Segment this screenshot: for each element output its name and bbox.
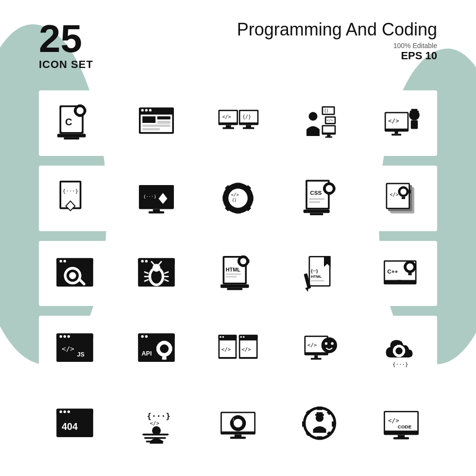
- svg-text:C: C: [65, 117, 72, 127]
- svg-text:</>: </>: [307, 341, 317, 348]
- svg-point-208: [152, 426, 161, 435]
- svg-rect-6: [78, 114, 82, 117]
- icon-search-browser: [39, 241, 111, 306]
- icon-developer: {···} </>: [120, 391, 192, 457]
- svg-point-159: [60, 335, 62, 338]
- svg-rect-219: [243, 421, 246, 425]
- svg-point-21: [149, 109, 152, 112]
- svg-rect-133: [247, 259, 250, 263]
- svg-rect-192: [311, 358, 322, 360]
- svg-rect-98: [398, 190, 401, 193]
- svg-rect-227: [332, 421, 335, 426]
- svg-rect-14: [142, 117, 155, 123]
- svg-point-183: [240, 336, 242, 338]
- svg-text:</>: </>: [388, 417, 399, 424]
- svg-rect-154: [414, 265, 416, 269]
- svg-rect-143: [311, 280, 324, 281]
- svg-rect-195: [397, 345, 401, 347]
- svg-rect-31: [243, 127, 254, 129]
- svg-text:</>: </>: [326, 119, 333, 123]
- svg-point-82: [326, 185, 333, 192]
- icon-css-file: CSS: [284, 166, 356, 231]
- icon-diamond-monitor: {···}: [120, 166, 192, 231]
- svg-rect-217: [236, 428, 239, 431]
- svg-text:{···}: {···}: [147, 411, 170, 421]
- svg-point-172: [145, 335, 148, 338]
- svg-rect-15: [157, 117, 170, 119]
- svg-rect-80: [309, 201, 320, 203]
- svg-rect-25: [226, 125, 231, 128]
- svg-rect-130: [241, 255, 245, 258]
- svg-rect-42: [325, 136, 332, 138]
- svg-rect-135: [227, 288, 243, 290]
- icon-online-learning: {} </>: [284, 90, 356, 156]
- svg-point-160: [64, 335, 66, 338]
- svg-rect-167: [162, 341, 167, 344]
- svg-point-184: [243, 336, 245, 338]
- icon-monitor-gear: {···}: [202, 391, 274, 457]
- svg-rect-226: [302, 421, 306, 426]
- svg-text:</>: </>: [231, 193, 239, 198]
- svg-rect-240: [393, 437, 409, 440]
- svg-point-20: [145, 109, 148, 112]
- editable-label: 100% Editable: [237, 42, 437, 50]
- svg-point-188: [322, 337, 337, 353]
- svg-rect-16: [157, 121, 170, 124]
- svg-text:{···}: {···}: [63, 188, 78, 194]
- svg-rect-225: [317, 436, 323, 440]
- svg-rect-210: [144, 437, 166, 439]
- icon-ruby-file: {···}: [39, 166, 111, 231]
- svg-rect-148: [393, 282, 405, 284]
- svg-rect-169: [156, 346, 159, 351]
- svg-point-38: [309, 112, 318, 121]
- svg-rect-126: [226, 273, 241, 275]
- svg-text:HTML: HTML: [226, 266, 240, 272]
- svg-text:{···}: {···}: [311, 269, 318, 273]
- svg-text:C++: C++: [387, 268, 398, 274]
- svg-point-129: [240, 258, 247, 264]
- svg-rect-216: [236, 415, 239, 418]
- svg-rect-8: [84, 109, 86, 113]
- svg-rect-66: [236, 183, 241, 187]
- svg-point-161: [68, 335, 70, 338]
- icon-web-layout: [120, 90, 192, 156]
- svg-rect-12: [139, 108, 174, 113]
- svg-rect-58: [139, 185, 174, 190]
- icon-api-settings: API: [120, 316, 192, 381]
- eps-label: EPS 10: [237, 50, 437, 62]
- svg-rect-218: [230, 421, 233, 425]
- svg-rect-63: [149, 211, 164, 214]
- svg-rect-79: [309, 198, 324, 200]
- svg-point-65: [228, 188, 248, 208]
- svg-rect-224: [317, 407, 323, 410]
- svg-rect-68: [223, 196, 227, 201]
- svg-text:</>: </>: [222, 114, 231, 119]
- svg-point-190: [331, 342, 333, 344]
- icon-code-layers: </>: [365, 166, 437, 231]
- svg-point-166: [160, 344, 169, 353]
- svg-point-203: [60, 410, 62, 413]
- svg-rect-67: [236, 209, 241, 214]
- svg-rect-170: [169, 346, 172, 351]
- svg-point-215: [234, 419, 242, 427]
- svg-rect-96: [402, 187, 405, 189]
- svg-rect-239: [398, 435, 405, 437]
- svg-rect-26: [223, 127, 234, 129]
- svg-rect-211: [146, 441, 163, 442]
- icon-cpp-code: C++: [365, 241, 437, 306]
- svg-rect-30: [246, 125, 251, 128]
- svg-rect-83: [327, 183, 331, 185]
- icon-code-teacher: </>: [365, 90, 437, 156]
- svg-text:404: 404: [62, 421, 78, 431]
- svg-rect-153: [404, 265, 406, 269]
- icon-count: 25: [39, 19, 93, 58]
- icon-html-book: {···} HTML: [284, 241, 356, 306]
- svg-point-4: [77, 107, 84, 114]
- svg-point-181: [220, 336, 221, 338]
- svg-point-121: [141, 260, 144, 262]
- svg-point-107: [64, 260, 66, 262]
- icons-grid: C: [39, 90, 437, 457]
- svg-rect-134: [221, 284, 249, 288]
- svg-text:</>: </>: [241, 346, 251, 352]
- svg-point-104: [69, 272, 76, 279]
